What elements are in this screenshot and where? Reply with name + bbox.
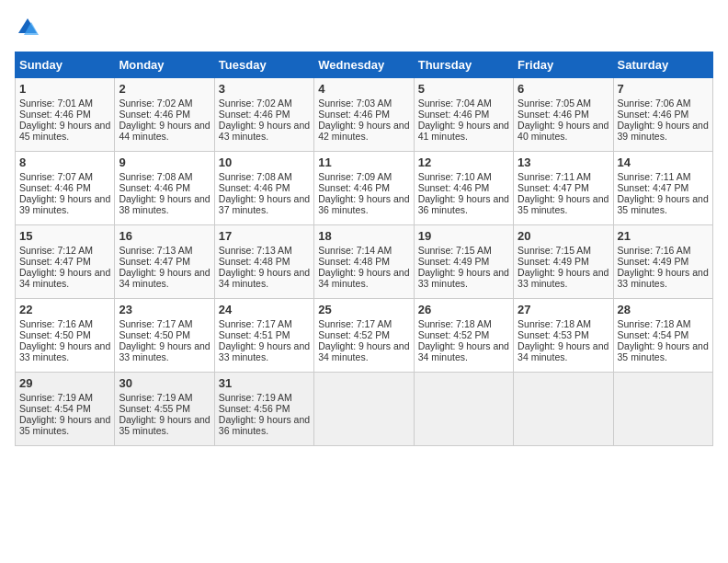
daylight: Daylight: 9 hours and 33 minutes. [219, 340, 310, 362]
calendar-cell: 10 Sunrise: 7:08 AM Sunset: 4:46 PM Dayl… [214, 152, 313, 225]
daylight: Daylight: 9 hours and 44 minutes. [119, 120, 210, 142]
daylight: Daylight: 9 hours and 39 minutes. [19, 193, 110, 215]
calendar-week-row: 8 Sunrise: 7:07 AM Sunset: 4:46 PM Dayli… [16, 152, 713, 225]
weekday-header-cell: Saturday [613, 52, 712, 78]
daylight: Daylight: 9 hours and 43 minutes. [219, 120, 310, 142]
calendar-week-row: 22 Sunrise: 7:16 AM Sunset: 4:50 PM Dayl… [16, 299, 713, 373]
calendar-cell: 22 Sunrise: 7:16 AM Sunset: 4:50 PM Dayl… [16, 299, 115, 373]
daylight: Daylight: 9 hours and 39 minutes. [618, 120, 709, 142]
weekday-header-cell: Monday [115, 52, 214, 78]
day-number: 29 [19, 376, 110, 390]
daylight: Daylight: 9 hours and 41 minutes. [418, 120, 509, 142]
day-number: 20 [518, 229, 609, 243]
calendar-cell: 14 Sunrise: 7:11 AM Sunset: 4:47 PM Dayl… [613, 152, 712, 225]
sunrise: Sunrise: 7:15 AM [518, 245, 591, 256]
day-number: 5 [418, 82, 509, 96]
sunrise: Sunrise: 7:13 AM [119, 245, 192, 256]
daylight: Daylight: 9 hours and 34 minutes. [518, 340, 609, 362]
sunset: Sunset: 4:47 PM [618, 182, 689, 193]
sunrise: Sunrise: 7:01 AM [19, 98, 93, 109]
daylight: Daylight: 9 hours and 45 minutes. [19, 120, 110, 142]
calendar-cell: 8 Sunrise: 7:07 AM Sunset: 4:46 PM Dayli… [16, 152, 115, 225]
daylight: Daylight: 9 hours and 35 minutes. [19, 414, 110, 436]
page-header [15, 15, 713, 40]
day-number: 30 [119, 376, 210, 390]
calendar-cell: 9 Sunrise: 7:08 AM Sunset: 4:46 PM Dayli… [115, 152, 214, 225]
day-number: 12 [418, 155, 509, 169]
sunrise: Sunrise: 7:07 AM [19, 171, 93, 182]
sunrise: Sunrise: 7:19 AM [119, 392, 192, 403]
sunrise: Sunrise: 7:11 AM [618, 171, 691, 182]
daylight: Daylight: 9 hours and 34 minutes. [19, 267, 110, 289]
sunset: Sunset: 4:50 PM [19, 329, 91, 340]
calendar-cell: 3 Sunrise: 7:02 AM Sunset: 4:46 PM Dayli… [214, 78, 313, 152]
sunrise: Sunrise: 7:15 AM [418, 245, 492, 256]
day-number: 16 [119, 229, 210, 243]
weekday-header-cell: Sunday [16, 52, 115, 78]
daylight: Daylight: 9 hours and 33 minutes. [119, 340, 210, 362]
sunrise: Sunrise: 7:12 AM [19, 245, 93, 256]
sunrise: Sunrise: 7:10 AM [418, 171, 492, 182]
sunset: Sunset: 4:47 PM [119, 256, 190, 267]
sunset: Sunset: 4:53 PM [518, 329, 589, 340]
weekday-header-cell: Wednesday [314, 52, 414, 78]
calendar-cell: 1 Sunrise: 7:01 AM Sunset: 4:46 PM Dayli… [16, 78, 115, 152]
sunset: Sunset: 4:46 PM [19, 182, 91, 193]
daylight: Daylight: 9 hours and 34 minutes. [418, 340, 509, 362]
calendar-cell: 6 Sunrise: 7:05 AM Sunset: 4:46 PM Dayli… [514, 78, 613, 152]
day-number: 2 [119, 82, 210, 96]
day-number: 3 [219, 82, 310, 96]
day-number: 22 [19, 303, 110, 316]
day-number: 19 [418, 229, 509, 243]
calendar-week-row: 15 Sunrise: 7:12 AM Sunset: 4:47 PM Dayl… [16, 225, 713, 299]
sunrise: Sunrise: 7:08 AM [119, 171, 192, 182]
calendar-table: SundayMondayTuesdayWednesdayThursdayFrid… [15, 52, 713, 446]
day-number: 31 [219, 376, 310, 390]
sunrise: Sunrise: 7:03 AM [318, 98, 392, 109]
weekday-header-cell: Friday [514, 52, 613, 78]
calendar-cell: 24 Sunrise: 7:17 AM Sunset: 4:51 PM Dayl… [214, 299, 313, 373]
calendar-cell: 15 Sunrise: 7:12 AM Sunset: 4:47 PM Dayl… [16, 225, 115, 299]
sunset: Sunset: 4:54 PM [19, 403, 91, 414]
sunset: Sunset: 4:46 PM [418, 182, 490, 193]
day-number: 18 [318, 229, 409, 243]
calendar-cell: 12 Sunrise: 7:10 AM Sunset: 4:46 PM Dayl… [414, 152, 513, 225]
calendar-cell: 18 Sunrise: 7:14 AM Sunset: 4:48 PM Dayl… [314, 225, 414, 299]
sunset: Sunset: 4:49 PM [518, 256, 589, 267]
sunrise: Sunrise: 7:14 AM [318, 245, 392, 256]
sunrise: Sunrise: 7:16 AM [618, 245, 691, 256]
sunset: Sunset: 4:56 PM [219, 403, 290, 414]
calendar-cell [314, 373, 414, 446]
sunrise: Sunrise: 7:08 AM [219, 171, 292, 182]
sunrise: Sunrise: 7:05 AM [518, 98, 591, 109]
calendar-cell: 17 Sunrise: 7:13 AM Sunset: 4:48 PM Dayl… [214, 225, 313, 299]
day-number: 15 [19, 229, 110, 243]
day-number: 13 [518, 155, 609, 169]
calendar-cell: 28 Sunrise: 7:18 AM Sunset: 4:54 PM Dayl… [613, 299, 712, 373]
calendar-cell: 20 Sunrise: 7:15 AM Sunset: 4:49 PM Dayl… [514, 225, 613, 299]
day-number: 23 [119, 303, 210, 316]
day-number: 24 [219, 303, 310, 316]
daylight: Daylight: 9 hours and 33 minutes. [19, 340, 110, 362]
daylight: Daylight: 9 hours and 37 minutes. [219, 193, 310, 215]
sunrise: Sunrise: 7:16 AM [19, 318, 93, 329]
calendar-cell: 2 Sunrise: 7:02 AM Sunset: 4:46 PM Dayli… [115, 78, 214, 152]
sunrise: Sunrise: 7:19 AM [219, 392, 292, 403]
calendar-cell: 19 Sunrise: 7:15 AM Sunset: 4:49 PM Dayl… [414, 225, 513, 299]
sunset: Sunset: 4:46 PM [19, 109, 91, 120]
daylight: Daylight: 9 hours and 40 minutes. [518, 120, 609, 142]
sunset: Sunset: 4:47 PM [518, 182, 589, 193]
calendar-cell: 31 Sunrise: 7:19 AM Sunset: 4:56 PM Dayl… [214, 373, 313, 446]
sunset: Sunset: 4:51 PM [219, 329, 290, 340]
daylight: Daylight: 9 hours and 33 minutes. [418, 267, 509, 289]
calendar-cell: 4 Sunrise: 7:03 AM Sunset: 4:46 PM Dayli… [314, 78, 414, 152]
weekday-header-cell: Tuesday [214, 52, 313, 78]
daylight: Daylight: 9 hours and 34 minutes. [318, 340, 409, 362]
logo-icon [15, 15, 40, 40]
day-number: 9 [119, 155, 210, 169]
daylight: Daylight: 9 hours and 34 minutes. [219, 267, 310, 289]
sunset: Sunset: 4:46 PM [418, 109, 490, 120]
calendar-body: 1 Sunrise: 7:01 AM Sunset: 4:46 PM Dayli… [16, 78, 713, 446]
day-number: 26 [418, 303, 509, 316]
sunrise: Sunrise: 7:13 AM [219, 245, 292, 256]
